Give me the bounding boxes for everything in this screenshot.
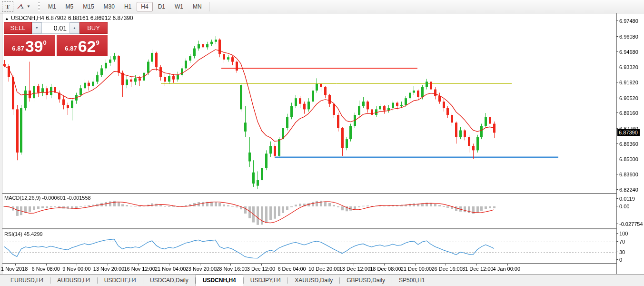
time-axis-label: 28 Nov 16:00 (216, 266, 247, 272)
rsi-axis-label: 30 (619, 249, 625, 255)
current-price-tag: 6.87390 (617, 129, 640, 136)
price-axis-label: 6.89160 (619, 110, 638, 116)
rsi-axis-label: 100 (619, 231, 628, 236)
buy-price-big: 62 (78, 38, 96, 55)
time-axis-label: 21 Nov 04:00 (155, 266, 186, 272)
time-axis-label: 9 Nov 00:00 (62, 266, 90, 272)
one-click-trading-panel: SELL ▼ 0.01 ▲ BUY 6.87 39 0 6.87 62 9 (4, 22, 108, 56)
price-axis-label: 6.94680 (619, 49, 638, 55)
time-axis-label: 4 Jan 00:00 (493, 266, 521, 272)
volume-input[interactable]: 0.01 (42, 22, 69, 33)
buy-button[interactable]: BUY (79, 22, 108, 34)
time-axis-label: 6 Nov 08:00 (32, 266, 60, 272)
mt4-window: T ▼ M1M5M15M30H1H4D1W1MN ▲USDCNH,H4 6.87… (0, 0, 644, 286)
price-axis-label: 6.85000 (619, 156, 638, 162)
volume-decrease-button[interactable]: ▼ (32, 22, 42, 33)
chart-header: ▲USDCNH,H4 6.87902 6.88161 6.86912 6.873… (5, 15, 133, 21)
rsi-axis-label: 0 (619, 257, 622, 263)
volume-increase-button[interactable]: ▲ (69, 22, 79, 33)
buy-price-pip: 9 (96, 39, 99, 46)
price-axis-label: 6.83600 (619, 172, 638, 177)
rsi-axis-label: 70 (619, 239, 625, 245)
sell-price-prefix: 6.87 (12, 45, 24, 52)
sell-price-big: 39 (25, 38, 43, 55)
rsi-label: RSI(14) 45.4299 (4, 231, 43, 237)
time-axis-label: 10 Dec 20:00 (308, 266, 339, 272)
price-axis-label: 6.86360 (619, 141, 638, 147)
buy-price-box[interactable]: 6.87 62 9 (57, 35, 108, 56)
time-axis-label: 21 Dec 00:00 (401, 266, 432, 272)
time-axis-label: 13 Nov 20:00 (93, 266, 124, 272)
time-axis-label: 6 Dec 04:00 (277, 266, 306, 272)
sell-price-box[interactable]: 6.87 39 0 (4, 35, 55, 56)
time-axis-label: 3 Dec 12:00 (247, 266, 275, 272)
collapse-panel-icon[interactable]: ▲ (5, 16, 9, 21)
time-axis-label: 1 Nov 2018 (1, 266, 28, 272)
macd-axis-label: 0.0119 (619, 196, 635, 202)
sell-button[interactable]: SELL (4, 22, 32, 34)
price-axis-label: 6.90520 (619, 95, 638, 101)
price-axis-label: 6.96080 (619, 34, 638, 40)
price-axis-label: 6.93320 (619, 64, 638, 70)
price-axis-label: 6.82240 (619, 187, 638, 193)
time-axis-label: 18 Dec 08:00 (370, 266, 401, 272)
macd-label: MACD(12,26,9) -0.000601 -0.001558 (4, 195, 91, 201)
macd-axis-label: -0.027754 (619, 221, 643, 227)
chart-symbol-period: USDCNH,H4 (11, 15, 44, 21)
sell-price-pip: 0 (43, 39, 46, 46)
price-axis-label: 6.97480 (619, 18, 638, 24)
time-axis-label: 16 Nov 12:00 (124, 266, 155, 272)
time-axis-label: 23 Nov 20:00 (186, 266, 217, 272)
chart-ohlc-values: 6.87902 6.88161 6.86912 6.87390 (46, 15, 133, 21)
time-axis-label: 26 Dec 16:00 (431, 266, 462, 272)
volume-stepper: ▼ 0.01 ▲ (32, 22, 79, 34)
time-axis-label: 31 Dec 12:00 (462, 266, 493, 272)
price-axis-label: 6.91920 (619, 80, 638, 85)
time-axis-label: 13 Dec 12:00 (339, 266, 370, 272)
buy-price-prefix: 6.87 (65, 45, 77, 52)
macd-axis-label: 0.00 (619, 204, 629, 209)
